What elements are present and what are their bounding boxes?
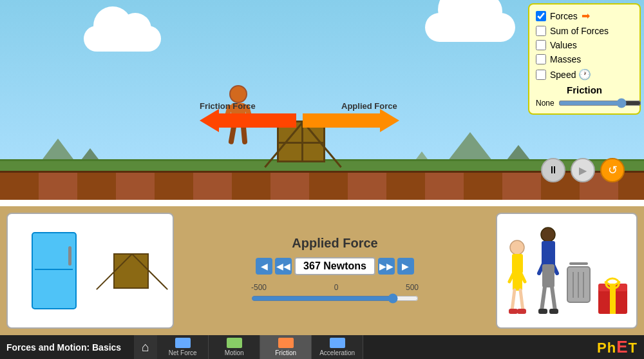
forces-checkbox[interactable] (536, 11, 546, 21)
gift-object[interactable] (595, 272, 630, 324)
motion-tab-icon (227, 338, 242, 348)
characters-box (496, 213, 638, 329)
friction-slider-row: None Lots (536, 98, 633, 108)
force-min-label: -500 (251, 283, 267, 292)
app-title: Forces and Motion: Basics (6, 342, 121, 353)
tab-acceleration[interactable]: Acceleration (312, 335, 363, 359)
values-label: Values (550, 40, 577, 50)
home-icon: ⌂ (142, 340, 149, 354)
tab-net-force-label: Net Force (169, 349, 197, 356)
nav-tabs: Net Force Motion Friction Acceleration (157, 335, 597, 359)
forces-row[interactable]: Forces ➡ (536, 10, 633, 22)
crate-item-diagonal-2 (132, 253, 169, 290)
svg-line-5 (512, 290, 515, 311)
friction-shaft (219, 113, 296, 128)
force-control-title: Applied Force (292, 236, 377, 251)
force-slider[interactable] (251, 293, 419, 304)
tab-net-force[interactable]: Net Force (157, 335, 209, 359)
values-checkbox[interactable] (536, 40, 546, 50)
friction-arrowhead (200, 109, 219, 132)
force-decrease-large-button[interactable]: ◀ (256, 258, 272, 275)
applied-force-label: Applied Force (341, 101, 397, 111)
force-control: Applied Force ◀ ◀◀ 367 Newtons ▶▶ ▶ -500… (180, 213, 489, 329)
cloud-1 (84, 26, 161, 52)
force-increase-large-button[interactable]: ▶ (397, 258, 414, 275)
svg-line-6 (520, 290, 523, 311)
tab-acceleration-label: Acceleration (319, 349, 355, 356)
trashcan-svg (564, 259, 593, 324)
net-force-tab-icon (175, 338, 191, 348)
fridge-line (35, 269, 73, 270)
forces-label: Forces (550, 11, 578, 21)
tab-motion[interactable]: Motion (209, 335, 260, 359)
svg-rect-7 (509, 309, 518, 314)
svg-point-0 (510, 240, 524, 255)
masses-label: Masses (550, 54, 581, 64)
speedometer-icon: 🕐 (578, 68, 591, 81)
cloud-2 (425, 13, 515, 42)
force-max-label: 500 (406, 283, 419, 292)
girl-svg (503, 240, 532, 324)
gift-svg (595, 272, 630, 324)
masses-row[interactable]: Masses (536, 54, 633, 64)
applied-arrowhead (380, 109, 399, 132)
scene-area: Friction Force Applied Force Forces ➡ Su… (0, 0, 644, 200)
lower-panel: Applied Force ◀ ◀◀ 367 Newtons ▶▶ ▶ -500… (0, 206, 644, 335)
friction-force-arrow (200, 109, 296, 132)
force-value-display: 367 Newtons (294, 257, 375, 275)
friction-section: Friction None Lots (536, 84, 633, 108)
play-button[interactable]: ▶ (571, 158, 595, 182)
phet-logo: PhET (597, 337, 638, 357)
sum-of-forces-label: Sum of Forces (550, 26, 609, 36)
man-character[interactable] (534, 227, 563, 324)
sum-of-forces-checkbox[interactable] (536, 26, 546, 36)
svg-rect-17 (549, 309, 558, 314)
svg-point-9 (541, 228, 555, 242)
speed-checkbox[interactable] (536, 70, 546, 80)
tab-motion-label: Motion (225, 349, 244, 356)
friction-slider[interactable] (558, 98, 641, 108)
tab-friction-label: Friction (275, 349, 296, 356)
controls-panel: Forces ➡ Sum of Forces Values Masses Spe… (528, 3, 641, 115)
pause-button[interactable]: ⏸ (541, 158, 565, 182)
applied-shaft (303, 113, 380, 128)
home-button[interactable]: ⌂ (134, 335, 157, 359)
crate-item-diagonal-1 (96, 253, 133, 290)
svg-rect-16 (538, 309, 547, 314)
friction-title: Friction (536, 84, 633, 95)
force-zero-label: 0 (334, 283, 339, 292)
friction-force-label: Friction Force (200, 101, 256, 111)
masses-checkbox[interactable] (536, 54, 546, 64)
speed-label: Speed (550, 70, 576, 80)
tab-friction[interactable]: Friction (260, 335, 312, 359)
fridge-handle (68, 246, 71, 266)
svg-rect-18 (569, 262, 588, 265)
reset-button[interactable]: ↺ (600, 158, 625, 182)
bottom-bar: Forces and Motion: Basics ⌂ Net Force Mo… (0, 335, 644, 359)
friction-none-label: None (536, 99, 554, 108)
svg-rect-4 (513, 273, 522, 291)
values-row[interactable]: Values (536, 40, 633, 50)
playback-controls: ⏸ ▶ ↺ (541, 158, 625, 182)
force-increase-button[interactable]: ▶▶ (378, 258, 395, 275)
girl-character[interactable] (503, 240, 532, 324)
crate-item[interactable] (113, 253, 149, 289)
svg-rect-8 (517, 309, 526, 314)
force-slider-container: -500 0 500 (251, 283, 419, 306)
sum-of-forces-row[interactable]: Sum of Forces (536, 26, 633, 36)
svg-line-14 (542, 287, 545, 311)
acceleration-tab-icon (330, 338, 345, 348)
forces-arrow-icon: ➡ (582, 10, 590, 22)
svg-line-15 (552, 287, 555, 311)
phet-dot: E (616, 337, 628, 356)
applied-force-arrow (303, 109, 399, 132)
person-head (229, 85, 247, 103)
force-value-row: ◀ ◀◀ 367 Newtons ▶▶ ▶ (256, 257, 414, 275)
objects-box (6, 213, 174, 329)
force-slider-labels: -500 0 500 (251, 283, 419, 292)
trashcan-object[interactable] (564, 259, 593, 324)
force-decrease-button[interactable]: ◀◀ (275, 258, 292, 275)
speed-row[interactable]: Speed 🕐 (536, 68, 633, 81)
svg-rect-13 (542, 264, 554, 287)
fridge-object[interactable] (32, 232, 77, 309)
